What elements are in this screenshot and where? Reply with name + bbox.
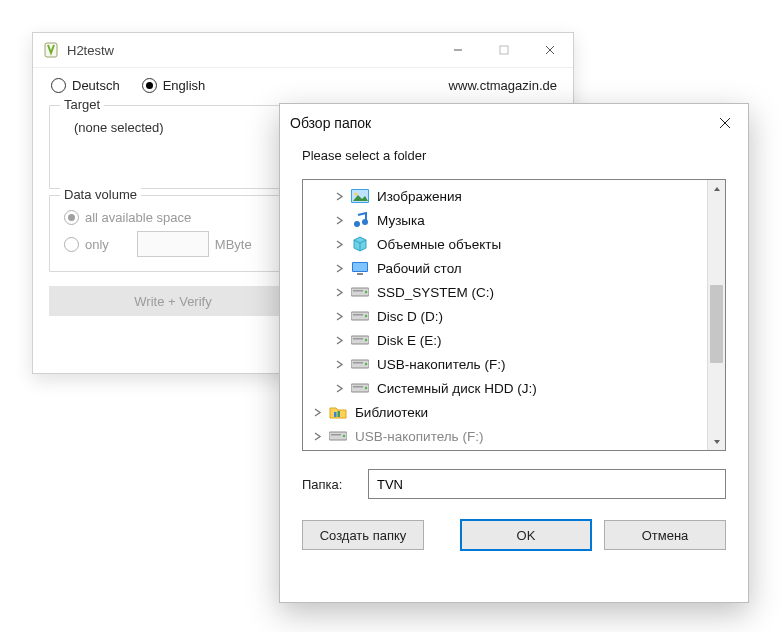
tree-node-label: Системный диск HDD (J:) xyxy=(377,381,537,396)
svg-rect-33 xyxy=(331,434,341,436)
tree-node-label: USB-накопитель (F:) xyxy=(377,357,505,372)
tree-node[interactable]: USB-накопитель (F:) xyxy=(303,424,707,448)
radio-indicator xyxy=(142,78,157,93)
svg-point-29 xyxy=(365,387,367,389)
svg-rect-2 xyxy=(500,46,508,54)
close-button[interactable] xyxy=(527,33,573,67)
radio-only: only xyxy=(64,237,109,252)
drive-icon xyxy=(351,356,369,372)
tree-node[interactable]: Объемные объекты xyxy=(303,232,707,256)
svg-rect-28 xyxy=(353,386,363,388)
browse-message: Please select a folder xyxy=(280,142,748,179)
website-link[interactable]: www.ctmagazin.de xyxy=(449,78,557,93)
tree-node-label: Музыка xyxy=(377,213,425,228)
pictures-icon xyxy=(351,188,369,204)
browse-titlebar: Обзор папок xyxy=(280,104,748,142)
tree-node-label: Disc D (D:) xyxy=(377,309,443,324)
tree-node[interactable]: USB-накопитель (F:) xyxy=(303,352,707,376)
folder-name-input[interactable] xyxy=(368,469,726,499)
browse-folder-dialog: Обзор папок Please select a folder Изобр… xyxy=(279,103,749,603)
drive-icon xyxy=(329,428,347,444)
tree-scrollbar[interactable] xyxy=(707,180,725,450)
expand-icon[interactable] xyxy=(333,190,345,202)
new-folder-button[interactable]: Создать папку xyxy=(302,520,424,550)
tree-node[interactable]: Изображения xyxy=(303,184,707,208)
maximize-button[interactable] xyxy=(481,33,527,67)
svg-point-9 xyxy=(354,192,357,195)
mbyte-unit: MByte xyxy=(215,237,252,252)
browse-title: Обзор папок xyxy=(290,115,702,131)
radio-indicator xyxy=(64,210,79,225)
write-verify-button: Write + Verify xyxy=(49,286,297,316)
svg-rect-31 xyxy=(338,411,341,417)
scroll-up-icon[interactable] xyxy=(708,180,725,197)
music-icon xyxy=(351,212,369,228)
radio-deutsch-label: Deutsch xyxy=(72,78,120,93)
expand-icon[interactable] xyxy=(311,430,323,442)
main-title: H2testw xyxy=(67,43,435,58)
scroll-down-icon[interactable] xyxy=(708,433,725,450)
desktop-icon xyxy=(351,260,369,276)
app-icon xyxy=(43,42,59,58)
expand-icon[interactable] xyxy=(333,286,345,298)
tree-node[interactable]: Библиотеки xyxy=(303,400,707,424)
tree-node-label: Изображения xyxy=(377,189,462,204)
svg-rect-19 xyxy=(353,314,363,316)
scroll-thumb[interactable] xyxy=(710,285,723,363)
tree-node-label: Объемные объекты xyxy=(377,237,501,252)
radio-indicator xyxy=(51,78,66,93)
radio-english[interactable]: English xyxy=(142,78,206,93)
tree-node-label: Disk E (E:) xyxy=(377,333,442,348)
drive-icon xyxy=(351,308,369,324)
dialog-button-row: Создать папку OK Отмена xyxy=(302,519,726,551)
expand-icon[interactable] xyxy=(333,310,345,322)
tree-node[interactable]: Системный диск HDD (J:) xyxy=(303,376,707,400)
tree-node[interactable]: Музыка xyxy=(303,208,707,232)
radio-english-label: English xyxy=(163,78,206,93)
drive-icon xyxy=(351,332,369,348)
language-row: Deutsch English www.ctmagazin.de xyxy=(33,68,573,99)
drive-icon xyxy=(351,380,369,396)
tree-node[interactable]: Disc D (D:) xyxy=(303,304,707,328)
svg-rect-25 xyxy=(353,362,363,364)
expand-icon[interactable] xyxy=(333,262,345,274)
radio-deutsch[interactable]: Deutsch xyxy=(51,78,120,93)
folder-field-row: Папка: xyxy=(302,469,726,499)
expand-icon[interactable] xyxy=(333,358,345,370)
tree-node[interactable]: Рабочий стол xyxy=(303,256,707,280)
main-titlebar: H2testw xyxy=(33,33,573,68)
datavolume-legend: Data volume xyxy=(60,187,141,202)
mbyte-input xyxy=(137,231,209,257)
svg-rect-14 xyxy=(357,273,363,275)
expand-icon[interactable] xyxy=(333,334,345,346)
ok-button[interactable]: OK xyxy=(460,519,592,551)
expand-icon[interactable] xyxy=(333,382,345,394)
tree-node[interactable]: Disk E (E:) xyxy=(303,328,707,352)
tree-node-label: USB-накопитель (F:) xyxy=(355,429,483,444)
tree-node-label: Рабочий стол xyxy=(377,261,462,276)
minimize-button[interactable] xyxy=(435,33,481,67)
expand-icon[interactable] xyxy=(311,406,323,418)
svg-point-20 xyxy=(365,315,367,317)
3d-icon xyxy=(351,236,369,252)
browse-close-button[interactable] xyxy=(702,104,748,142)
folder-tree: ИзображенияМузыкаОбъемные объектыРабочий… xyxy=(302,179,726,451)
svg-point-10 xyxy=(354,221,360,227)
tree-node[interactable]: SSD_SYSTEM (C:) xyxy=(303,280,707,304)
svg-point-23 xyxy=(365,339,367,341)
drive-icon xyxy=(351,284,369,300)
libs-icon xyxy=(329,404,347,420)
svg-point-11 xyxy=(362,219,368,225)
cancel-button[interactable]: Отмена xyxy=(604,520,726,550)
svg-point-26 xyxy=(365,363,367,365)
svg-point-34 xyxy=(343,435,345,437)
svg-rect-30 xyxy=(334,412,337,417)
scroll-track[interactable] xyxy=(708,197,725,433)
tree-node-label: Библиотеки xyxy=(355,405,428,420)
folder-field-label: Папка: xyxy=(302,477,368,492)
expand-icon[interactable] xyxy=(333,214,345,226)
target-legend: Target xyxy=(60,97,104,112)
radio-all-space: all available space xyxy=(64,210,191,225)
radio-indicator xyxy=(64,237,79,252)
expand-icon[interactable] xyxy=(333,238,345,250)
